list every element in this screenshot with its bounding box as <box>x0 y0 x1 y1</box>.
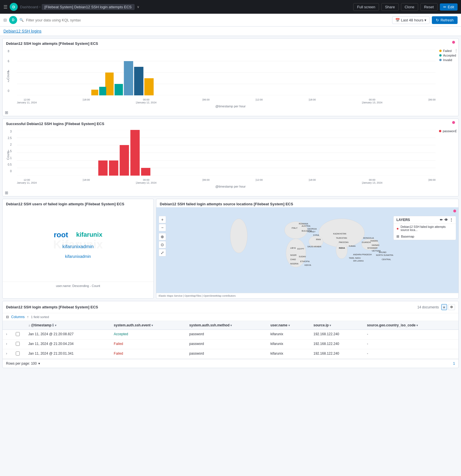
nav-right: Full screen Share Clone Reset ✏ Edit <box>353 3 458 11</box>
svg-text:TURKEY: TURKEY <box>308 231 316 233</box>
chart1-panel: Debian12 SSH login attempts [Filebeat Sy… <box>2 38 459 116</box>
rows-per-page-chevron-icon[interactable]: ▾ <box>38 361 40 365</box>
search-input[interactable] <box>26 18 390 22</box>
tag-root[interactable]: root <box>54 230 68 239</box>
filter-icon: ⊟ <box>3 18 7 22</box>
layers-view-icon[interactable]: 👁 <box>444 218 448 222</box>
chart2-y-ticks: 32.521.510.50 <box>8 130 12 173</box>
map-panel: Debian12 SSH failed login attempts sourc… <box>156 199 459 299</box>
fullscreen-button[interactable]: Full screen <box>353 3 379 11</box>
table-header: Debian12 SSH login attempts [Filebeat Sy… <box>3 301 458 313</box>
chart2-title: Successful Debian12 SSH logins [Filebeat… <box>3 119 458 127</box>
share-button[interactable]: Share <box>381 3 399 11</box>
row3-checkbox[interactable] <box>16 352 20 356</box>
th-username-chevron-icon: ▾ <box>288 324 290 327</box>
svg-text:NORTH SUMATRA: NORTH SUMATRA <box>376 254 394 256</box>
layers-menu-icon[interactable]: ⋮ <box>450 218 453 222</box>
tag-kifarunixadmin2[interactable]: kifarunixadmin <box>65 254 91 259</box>
settings-button[interactable]: ⚙ <box>448 304 455 310</box>
reset-button[interactable]: Reset <box>420 3 438 11</box>
zoom-in-button[interactable]: + <box>159 216 166 223</box>
row3-sourceip: 192.168.122.240 <box>310 349 364 359</box>
chart2-svg <box>17 130 436 176</box>
svg-text:NIGER: NIGER <box>290 254 297 256</box>
th-event-chevron-icon: ▾ <box>151 324 153 327</box>
svg-point-27 <box>336 242 348 259</box>
avatar: D <box>10 3 18 11</box>
edit-button[interactable]: ✏ Edit <box>440 3 458 11</box>
svg-text:AUSTRIA: AUSTRIA <box>302 225 311 227</box>
svg-text:BRUNEI: BRUNEI <box>379 251 387 253</box>
chart1-title: Debian12 SSH login attempts [Filebeat Sy… <box>3 39 458 47</box>
page-title[interactable]: Debian12 SSH logins <box>3 29 41 33</box>
svg-text:GEORGIA: GEORGIA <box>308 228 317 230</box>
chart2-canvas: Count 32.521.510.50 12:00January <box>3 127 458 184</box>
time-picker[interactable]: 📅 Last 48 hours ▾ <box>392 16 430 24</box>
svg-text:IRAN: IRAN <box>316 238 321 240</box>
user-avatar-small: D <box>9 16 17 24</box>
row1-expand-icon[interactable]: › <box>6 332 7 336</box>
breadcrumb-chevron-icon[interactable]: ∨ <box>137 5 139 9</box>
th-sourceip-chevron-icon: ▾ <box>330 324 331 327</box>
refresh-button[interactable]: ↻ Refresh <box>432 16 458 24</box>
compass-button[interactable]: ⊕ <box>159 233 166 240</box>
svg-text:TAIWAN: TAIWAN <box>370 240 378 242</box>
th-event[interactable]: system.auth.ssh.event ▾ <box>110 321 186 330</box>
svg-text:ANDHRA PRADESH: ANDHRA PRADESH <box>353 254 372 256</box>
svg-text:PAKISTAN: PAKISTAN <box>339 241 349 243</box>
layers-edit-icon[interactable]: ✏ <box>440 218 443 222</box>
svg-rect-8 <box>134 67 143 95</box>
tagcloud-panel: Debian12 SSH users of failed login attem… <box>2 199 154 299</box>
row3-expand-icon[interactable]: › <box>6 352 7 356</box>
svg-text:SAUDI ARABIA: SAUDI ARABIA <box>308 246 322 248</box>
layer-item-basemap[interactable]: ⊞ Basemap <box>394 233 456 240</box>
svg-text:MONGOLIA: MONGOLIA <box>363 237 374 239</box>
svg-rect-11 <box>99 87 106 95</box>
chart1-menu-icon[interactable]: ⋮ <box>454 49 458 53</box>
breadcrumb-separator: › <box>39 5 41 9</box>
th-username[interactable]: user.name ▾ <box>267 321 310 330</box>
row2-checkbox[interactable] <box>16 342 20 346</box>
tagcloud-title: Debian12 SSH users of failed login attem… <box>3 199 153 207</box>
table-footer: Rows per page: 100 ▾ 1 <box>3 359 458 368</box>
chart2-expand-icon[interactable]: ⊞ <box>3 189 458 196</box>
svg-text:ITALY: ITALY <box>292 227 298 229</box>
basemap-icon: ⊞ <box>396 234 399 238</box>
tag-kifarunixadmin1[interactable]: kifarunixadmin <box>62 244 94 250</box>
pagination-number[interactable]: 1 <box>453 361 455 365</box>
th-country[interactable]: source.geo.country_iso_code ▾ <box>364 321 458 330</box>
th-timestamp[interactable]: ↓ @timestamp ℹ ▾ <box>25 321 110 330</box>
row1-checkbox[interactable] <box>16 332 20 336</box>
map-container[interactable]: ITALY AUSTRIA ROMANIA BULGARIA GEORGIA T… <box>156 207 458 293</box>
chart1-x-label: @timestamp per hour <box>3 104 458 109</box>
th-sourceip[interactable]: source.ip ▾ <box>310 321 364 330</box>
zoom-out-button[interactable]: − <box>159 224 166 231</box>
menu-icon[interactable]: ☰ <box>3 4 7 10</box>
table-view-button[interactable]: ≡ <box>441 304 447 310</box>
clone-button[interactable]: Clone <box>401 3 418 11</box>
breadcrumb-dashboard[interactable]: Dashboard <box>20 5 38 9</box>
nav-left: ☰ D Dashboard › [Filebeat System] Debian… <box>3 3 139 11</box>
tag-kifarunix[interactable]: kifarunix <box>76 231 102 238</box>
crosshair-button[interactable]: ⊙ <box>159 241 166 248</box>
chart2-menu-icon[interactable]: ⋮ <box>454 129 458 133</box>
svg-text:NIGERIA: NIGERIA <box>290 263 299 265</box>
th-method[interactable]: system.auth.ssh.method ▾ <box>186 321 267 330</box>
columns-button[interactable]: Columns <box>11 315 25 319</box>
th-expand <box>3 321 12 330</box>
row2-expand-icon[interactable]: › <box>6 342 7 346</box>
row2-method: password <box>186 340 267 349</box>
svg-text:Kolkata: Kolkata <box>349 245 356 247</box>
svg-text:TAJIKISTAN: TAJIKISTAN <box>336 237 347 239</box>
row3-username: kifarunix <box>267 349 310 359</box>
table-header-right: 14 documents ≡ ⚙ <box>417 304 455 310</box>
chart1-expand-icon[interactable]: ⊞ <box>3 109 458 116</box>
table-title: Debian12 SSH login attempts [Filebeat Sy… <box>6 305 98 309</box>
chart1-status-dot <box>452 41 455 44</box>
chart1-y-ticks: 86420 <box>8 50 9 93</box>
layer-item-1[interactable]: ● Debian12 SSH failed login attempts sou… <box>394 224 456 233</box>
breadcrumb: Dashboard › [Filebeat System] Debian12 S… <box>20 4 139 10</box>
svg-text:SYRIA: SYRIA <box>313 234 319 236</box>
fullscreen-map-button[interactable]: ⤢ <box>159 249 166 256</box>
svg-point-29 <box>230 219 248 253</box>
